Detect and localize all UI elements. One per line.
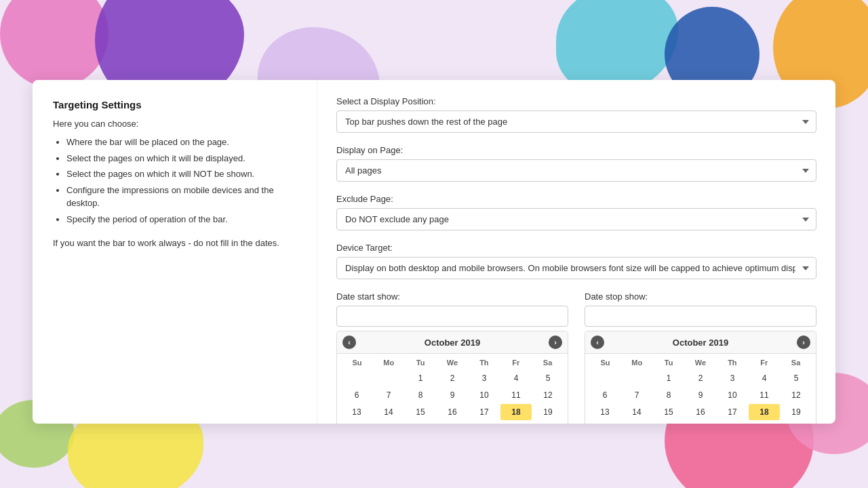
cal-day[interactable]: 17	[717, 404, 748, 420]
cal-left-days-header: Su Mo Tu We Th Fr Sa	[341, 357, 564, 369]
cal-left-header: ‹ October 2019 ›	[337, 331, 568, 354]
cal-day[interactable]: 22	[405, 421, 436, 424]
display-on-page-group: Display on Page: All pages	[336, 145, 816, 182]
cal-right-prev-button[interactable]: ‹	[591, 336, 604, 349]
list-item: Select the pages on which it will be dis…	[66, 152, 296, 165]
cal-day[interactable]: 2	[437, 370, 468, 386]
cal-day[interactable]: 2	[685, 370, 716, 386]
cal-day[interactable]: 6	[341, 387, 372, 403]
cal-day[interactable]: 5	[532, 370, 564, 386]
date-start-label: Date start show:	[336, 291, 568, 302]
cal-day[interactable]: 19	[781, 404, 812, 420]
day-name-th: Th	[716, 357, 748, 369]
device-target-label: Device Target:	[336, 243, 816, 253]
date-start-input[interactable]	[336, 306, 568, 327]
day-name-we: We	[685, 357, 717, 369]
cal-left-prev-button[interactable]: ‹	[342, 336, 356, 349]
cal-day[interactable]: 26	[781, 421, 812, 424]
panel-subtitle: Here you can choose:	[53, 119, 296, 129]
cal-day[interactable]: 14	[373, 404, 404, 420]
cal-day[interactable]: 22	[653, 421, 684, 424]
cal-day-empty	[373, 370, 404, 386]
cal-day[interactable]: 14	[621, 404, 652, 420]
cal-day[interactable]: 8	[405, 387, 436, 403]
cal-day[interactable]: 4	[749, 370, 780, 386]
cal-day[interactable]: 10	[469, 387, 500, 403]
date-row: Date start show: ‹ October 2019 › Su Mo …	[336, 291, 816, 424]
day-name-sa: Sa	[532, 357, 564, 369]
cal-day[interactable]: 3	[717, 370, 748, 386]
cal-day[interactable]: 5	[781, 370, 812, 386]
cal-day[interactable]: 19	[532, 404, 564, 420]
cal-day[interactable]: 23	[685, 421, 716, 424]
cal-day[interactable]: 21	[373, 421, 404, 424]
cal-right-grid: Su Mo Tu We Th Fr Sa 1234567891011121314…	[585, 354, 816, 424]
device-target-group: Device Target: Display on both desktop a…	[336, 243, 816, 279]
display-position-group: Select a Display Position: Top bar pushe…	[336, 96, 816, 133]
date-stop-col: Date stop show: ‹ October 2019 › Su Mo T…	[585, 291, 816, 424]
day-name-mo: Mo	[621, 357, 653, 369]
day-name-fr: Fr	[500, 357, 532, 369]
cal-right-month-title: October 2019	[673, 338, 728, 348]
cal-day[interactable]: 21	[621, 421, 652, 424]
main-card: Targeting Settings Here you can choose: …	[33, 80, 835, 424]
date-stop-label: Date stop show:	[585, 291, 816, 302]
cal-day[interactable]: 12	[781, 387, 812, 403]
date-stop-input[interactable]	[585, 306, 816, 327]
cal-day[interactable]: 9	[685, 387, 716, 403]
list-item: Where the bar will be placed on the page…	[66, 136, 296, 149]
list-item: Configure the impressions on mobile devi…	[66, 184, 296, 210]
cal-day[interactable]: 20	[341, 421, 372, 424]
day-name-th: Th	[468, 357, 500, 369]
cal-day[interactable]: 7	[373, 387, 404, 403]
cal-left-next-button[interactable]: ›	[549, 336, 562, 349]
cal-day[interactable]: 24	[469, 421, 500, 424]
display-on-page-label: Display on Page:	[336, 145, 816, 155]
cal-day[interactable]: 16	[437, 404, 468, 420]
cal-day[interactable]: 18	[749, 404, 780, 420]
cal-day[interactable]: 11	[500, 387, 532, 403]
cal-day[interactable]: 15	[405, 404, 436, 420]
device-target-select[interactable]: Display on both desktop and mobile brows…	[336, 257, 816, 279]
panel-note: If you want the bar to work always - do …	[53, 237, 296, 250]
cal-day[interactable]: 9	[437, 387, 468, 403]
display-on-page-select[interactable]: All pages	[336, 159, 816, 182]
cal-day[interactable]: 13	[589, 404, 620, 420]
cal-day[interactable]: 1	[405, 370, 436, 386]
cal-day-empty	[621, 370, 652, 386]
cal-day[interactable]: 10	[717, 387, 748, 403]
cal-day[interactable]: 13	[341, 404, 372, 420]
cal-day[interactable]: 25	[500, 421, 532, 424]
cal-day[interactable]: 11	[749, 387, 780, 403]
cal-day[interactable]: 17	[469, 404, 500, 420]
cal-day[interactable]: 8	[653, 387, 684, 403]
day-name-we: We	[437, 357, 469, 369]
cal-right-header: ‹ October 2019 ›	[585, 331, 816, 354]
cal-day[interactable]: 1	[653, 370, 684, 386]
cal-left-days: 1234567891011121314151617181920212223242…	[341, 370, 564, 424]
day-name-su: Su	[589, 357, 621, 369]
list-item: Select the pages on which it will NOT be…	[66, 167, 296, 181]
cal-day[interactable]: 25	[749, 421, 780, 424]
cal-day[interactable]: 4	[500, 370, 532, 386]
day-name-tu: Tu	[653, 357, 685, 369]
cal-day[interactable]: 26	[532, 421, 564, 424]
right-panel: Select a Display Position: Top bar pushe…	[317, 80, 835, 424]
cal-day[interactable]: 16	[685, 404, 716, 420]
cal-day[interactable]: 3	[469, 370, 500, 386]
cal-day[interactable]: 6	[589, 387, 620, 403]
cal-day[interactable]: 24	[717, 421, 748, 424]
list-item: Specify the period of operation of the b…	[66, 213, 296, 226]
cal-day[interactable]: 20	[589, 421, 620, 424]
cal-right-next-button[interactable]: ›	[797, 336, 810, 349]
cal-day[interactable]: 15	[653, 404, 684, 420]
panel-title: Targeting Settings	[53, 99, 296, 110]
display-position-select[interactable]: Top bar pushes down the rest of the page	[336, 110, 816, 133]
cal-day[interactable]: 23	[437, 421, 468, 424]
day-name-sa: Sa	[780, 357, 812, 369]
calendar-left: ‹ October 2019 › Su Mo Tu We Th Fr Sa	[336, 331, 568, 424]
cal-day[interactable]: 12	[532, 387, 564, 403]
cal-day[interactable]: 7	[621, 387, 652, 403]
exclude-page-select[interactable]: Do NOT exclude any page	[336, 208, 816, 230]
cal-day[interactable]: 18	[500, 404, 532, 420]
